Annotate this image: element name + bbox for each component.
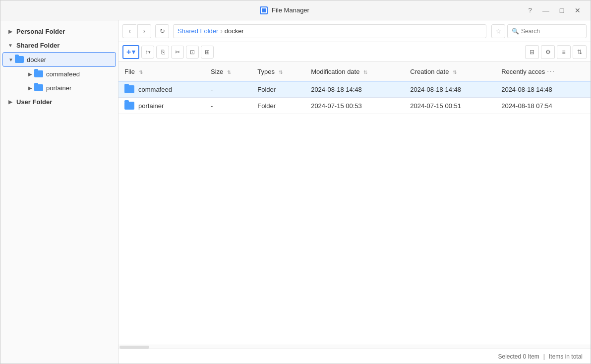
column-header-file[interactable]: File ⇅ — [118, 62, 205, 81]
minimize-button[interactable]: — — [539, 3, 553, 17]
cut-icon: ✂ — [175, 49, 180, 56]
copy-icon: ⎘ — [161, 49, 165, 56]
expand-arrow-user: ▶ — [6, 98, 14, 106]
cut-button[interactable]: ✂ — [171, 46, 184, 59]
copy-button[interactable]: ⎘ — [156, 46, 169, 59]
docker-label: docker — [27, 56, 46, 63]
help-button[interactable]: ? — [523, 3, 537, 17]
sort-icon-create-date: ⇅ — [453, 69, 457, 75]
list-icon: ≡ — [562, 49, 565, 56]
title-bar: File Manager ? — □ ✕ — [0, 0, 591, 20]
file-size-1: - — [205, 98, 251, 114]
portainer-label: portainer — [46, 84, 71, 92]
maximize-button[interactable]: □ — [555, 3, 569, 17]
shared-folder-label: Shared Folder — [16, 42, 59, 49]
sort-icon: ⇅ — [577, 49, 582, 56]
column-mod-date-label: Modification date — [311, 68, 359, 75]
file-table: File ⇅ Size ⇅ Types ⇅ — [118, 62, 591, 114]
sort-button[interactable]: ⇅ — [573, 45, 587, 59]
file-name-0: commafeed — [138, 86, 172, 93]
sidebar: ▶ Personal Folder ▼ Shared Folder ▼ dock… — [0, 20, 118, 364]
grid-view-button[interactable]: ⊟ — [525, 45, 539, 59]
file-name-cell-0: commafeed — [118, 81, 205, 98]
table-row[interactable]: portainer - Folder 2024-07-15 00:53 2024… — [118, 98, 591, 114]
column-types-label: Types — [257, 68, 275, 75]
expand-arrow-commafeed: ▶ — [26, 70, 34, 78]
sidebar-item-portainer[interactable]: ▶ portainer — [0, 81, 118, 95]
folder-icon-docker — [15, 56, 24, 63]
file-name-cell-1: portainer — [118, 98, 205, 114]
compress-icon: ⊡ — [190, 49, 195, 56]
share-icon: ⊞ — [205, 49, 210, 56]
table-row[interactable]: commafeed - Folder 2024-08-18 14:48 2024… — [118, 81, 591, 98]
selected-count: Selected 0 Item — [498, 353, 539, 360]
create-date-0: 2024-08-18 14:48 — [404, 81, 495, 98]
file-type-1: Folder — [251, 98, 305, 114]
window-title: File Manager — [272, 6, 309, 14]
sidebar-item-shared-folder[interactable]: ▼ Shared Folder — [0, 38, 118, 52]
table-header-row: File ⇅ Size ⇅ Types ⇅ — [118, 62, 591, 81]
back-button[interactable]: ‹ — [122, 24, 136, 38]
expand-arrow-portainer: ▶ — [26, 84, 34, 92]
forward-button[interactable]: › — [137, 24, 151, 38]
column-access-date-label: Recently acces — [501, 68, 545, 75]
favorite-button[interactable]: ☆ — [491, 24, 505, 38]
compress-button[interactable]: ⊡ — [186, 46, 199, 59]
folder-icon-1 — [124, 102, 134, 110]
title-center: File Manager — [260, 6, 309, 14]
list-view-button[interactable]: ≡ — [557, 45, 571, 59]
close-button[interactable]: ✕ — [571, 3, 585, 17]
sidebar-item-personal-folder[interactable]: ▶ Personal Folder — [0, 24, 118, 38]
sidebar-item-docker[interactable]: ▼ docker — [2, 52, 116, 67]
total-items: Items in total — [549, 353, 583, 360]
upload-button[interactable]: ↑ ▾ — [141, 46, 154, 59]
expand-arrow-shared: ▼ — [6, 41, 14, 49]
column-size-label: Size — [211, 68, 223, 75]
folder-icon-commafeed — [34, 70, 43, 77]
breadcrumb: Shared Folder › docker — [173, 24, 486, 38]
column-header-size[interactable]: Size ⇅ — [205, 62, 251, 81]
settings-button[interactable]: ⚙ — [541, 45, 555, 59]
grid-icon: ⊟ — [530, 49, 534, 56]
share-button[interactable]: ⊞ — [201, 46, 214, 59]
scrollbar-thumb[interactable] — [119, 346, 149, 349]
sort-icon-mod-date: ⇅ — [363, 69, 367, 75]
column-header-types[interactable]: Types ⇅ — [251, 62, 305, 81]
search-input[interactable] — [521, 28, 582, 35]
column-header-access-date[interactable]: Recently acces ··· — [495, 62, 591, 81]
column-header-mod-date[interactable]: Modification date ⇅ — [305, 62, 404, 81]
status-divider: | — [543, 353, 545, 360]
add-dropdown-icon: ▾ — [132, 48, 135, 56]
refresh-button[interactable]: ↻ — [155, 24, 169, 38]
horizontal-scrollbar[interactable] — [118, 345, 591, 349]
action-toolbar: + ▾ ↑ ▾ ⎘ ✂ ⊡ ⊞ — [118, 42, 591, 62]
commafeed-label: commafeed — [46, 70, 80, 78]
main-layout: ▶ Personal Folder ▼ Shared Folder ▼ dock… — [0, 20, 591, 364]
app-icon — [260, 6, 268, 14]
create-date-1: 2024-07-15 00:51 — [404, 98, 495, 114]
sort-icon-file: ⇅ — [139, 69, 143, 75]
add-button[interactable]: + ▾ — [122, 45, 139, 59]
search-box: 🔍 — [507, 24, 587, 38]
content-area: ‹ › ↻ Shared Folder › docker ☆ 🔍 + — [118, 20, 591, 364]
sidebar-item-user-folder[interactable]: ▶ User Folder — [0, 95, 118, 109]
nav-buttons: ‹ › — [122, 24, 151, 38]
file-manager-window: File Manager ? — □ ✕ ▶ Personal Folder ▼… — [0, 0, 591, 364]
breadcrumb-root[interactable]: Shared Folder — [177, 27, 218, 35]
file-table-container: File ⇅ Size ⇅ Types ⇅ — [118, 62, 591, 345]
expand-arrow-docker: ▼ — [7, 56, 15, 63]
sidebar-item-commafeed[interactable]: ▶ commafeed — [0, 67, 118, 81]
personal-folder-label: Personal Folder — [16, 28, 65, 35]
column-file-label: File — [124, 68, 135, 75]
file-size-0: - — [205, 81, 251, 98]
search-icon: 🔍 — [512, 28, 519, 35]
folder-icon-portainer — [34, 84, 43, 91]
settings-icon: ⚙ — [545, 49, 551, 56]
column-create-date-label: Creation date — [410, 68, 449, 75]
folder-icon-0 — [124, 85, 134, 93]
more-columns-button[interactable]: ··· — [547, 67, 555, 75]
column-header-create-date[interactable]: Creation date ⇅ — [404, 62, 495, 81]
add-icon: + — [126, 48, 131, 57]
user-folder-label: User Folder — [16, 98, 52, 106]
window-controls: ? — □ ✕ — [523, 3, 585, 17]
